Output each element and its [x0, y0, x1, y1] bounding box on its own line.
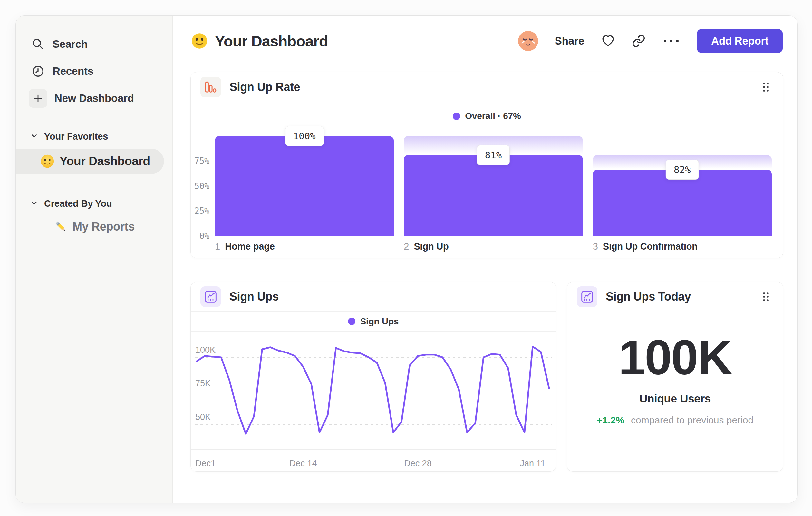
section-header-label: Created By You — [44, 198, 112, 209]
legend-label: Sign Ups — [360, 316, 399, 327]
svg-text:Dec 14: Dec 14 — [289, 459, 317, 468]
chevron-down-icon — [30, 132, 38, 141]
svg-text:Dec1: Dec1 — [195, 459, 215, 468]
svg-text:100K: 100K — [195, 345, 215, 355]
funnel-bar — [215, 136, 394, 236]
svg-text:Dec 28: Dec 28 — [404, 459, 432, 468]
svg-text:50K: 50K — [195, 412, 211, 422]
header-actions: Share — [518, 29, 783, 53]
card-header: Sign Ups — [191, 282, 556, 311]
drag-handle-icon[interactable] — [762, 82, 770, 92]
smiley-emoji-icon — [191, 33, 208, 49]
favorite-heart-icon[interactable] — [601, 34, 615, 48]
pencil-emoji-icon — [54, 220, 68, 234]
funnel-step-labels: 1Home page2Sign Up3Sign Up Confirmation — [215, 241, 772, 252]
card-title: Sign Ups Today — [606, 290, 691, 303]
sidebar-item-your-dashboard[interactable]: Your Dashboard — [16, 149, 164, 174]
user-avatar[interactable] — [518, 31, 538, 51]
drag-handle-icon[interactable] — [762, 291, 770, 302]
y-tick-label: 50% — [191, 181, 209, 191]
sign-ups-card: Sign Ups Sign Ups 100K75K50KDec1Dec 14De… — [191, 281, 556, 472]
line-legend[interactable]: Sign Ups — [191, 311, 556, 331]
funnel-column: 81% — [404, 131, 583, 236]
sidebar-item-label: New Dashboard — [54, 92, 134, 105]
sign-ups-line-chart: 100K75K50KDec1Dec 14Dec 28Jan 11 — [191, 331, 556, 472]
funnel-step-label: 3Sign Up Confirmation — [593, 241, 772, 252]
conversion-chip: 82% — [666, 160, 699, 180]
funnel-step-label: 2Sign Up — [404, 241, 583, 252]
svg-text:75K: 75K — [195, 379, 211, 388]
card-header: Sign Ups Today — [567, 282, 783, 311]
share-button[interactable]: Share — [555, 35, 584, 47]
delta-value: +1.2% — [597, 415, 625, 425]
delta-note: compared to previous period — [631, 415, 753, 425]
y-tick-label: 75% — [191, 156, 209, 166]
sidebar: Search Recents New Dashboard — [16, 16, 173, 503]
sidebar-item-recents[interactable]: Recents — [16, 58, 172, 85]
funnel-chart-icon — [200, 77, 221, 98]
plus-icon — [29, 89, 47, 108]
sign-ups-today-card: Sign Ups Today 100K Unique Users +1.2% c… — [567, 281, 783, 472]
funnel-column: 82% — [593, 131, 772, 236]
clock-icon — [31, 64, 46, 79]
sidebar-item-label: Your Dashboard — [60, 155, 150, 168]
svg-text:Jan 11: Jan 11 — [520, 459, 546, 468]
sidebar-item-label: Recents — [53, 65, 93, 77]
legend-label: Overall · 67% — [465, 111, 521, 121]
metric-value: 100K — [567, 333, 783, 382]
funnel-column: 100% — [215, 131, 394, 236]
funnel-step-label: 1Home page — [215, 241, 394, 252]
dashboard-header: Your Dashboard Share — [191, 16, 783, 66]
add-report-button[interactable]: Add Report — [697, 29, 783, 53]
sidebar-section-created-by-you[interactable]: Created By You — [16, 196, 172, 211]
app-window: Search Recents New Dashboard — [16, 16, 798, 503]
section-header-label: Your Favorites — [44, 131, 108, 142]
screen: Search Recents New Dashboard — [0, 0, 812, 516]
sidebar-item-my-reports[interactable]: My Reports — [16, 217, 172, 236]
funnel-bars: 100%81%82% — [215, 131, 772, 236]
smiley-emoji-icon — [40, 154, 54, 168]
copy-link-icon[interactable] — [632, 34, 645, 48]
title-wrap: Your Dashboard — [191, 32, 328, 50]
sidebar-item-search[interactable]: Search — [16, 31, 172, 58]
line-chart-icon — [577, 287, 598, 307]
search-icon — [31, 37, 46, 52]
page-title: Your Dashboard — [215, 32, 328, 50]
metric-label: Unique Users — [567, 392, 783, 405]
card-header: Sign Up Rate — [191, 72, 783, 102]
sidebar-item-label: Search — [53, 38, 88, 50]
y-tick-label: 25% — [191, 206, 209, 216]
line-chart-icon — [200, 287, 221, 307]
sidebar-item-label: My Reports — [72, 220, 135, 234]
y-tick-label: 0% — [191, 231, 209, 241]
funnel-bar — [404, 155, 583, 236]
sidebar-section-your-favorites[interactable]: Your Favorites — [16, 129, 172, 143]
more-options-icon[interactable] — [662, 37, 680, 45]
legend-dot — [348, 318, 355, 325]
sign-up-rate-card: Sign Up Rate Overall · 67% — [191, 72, 783, 258]
main-content: Your Dashboard Share — [173, 16, 798, 503]
metric-delta-row: +1.2% compared to previous period — [567, 415, 783, 426]
chevron-down-icon — [30, 199, 38, 208]
card-title: Sign Up Rate — [229, 80, 300, 94]
funnel-legend[interactable]: Overall · 67% — [191, 110, 783, 123]
card-title: Sign Ups — [229, 290, 279, 303]
funnel-y-axis: 75%50%25%0% — [191, 131, 209, 236]
legend-dot — [453, 113, 460, 120]
conversion-chip: 81% — [477, 145, 510, 165]
sidebar-item-new-dashboard[interactable]: New Dashboard — [16, 85, 172, 112]
conversion-chip: 100% — [285, 126, 324, 146]
